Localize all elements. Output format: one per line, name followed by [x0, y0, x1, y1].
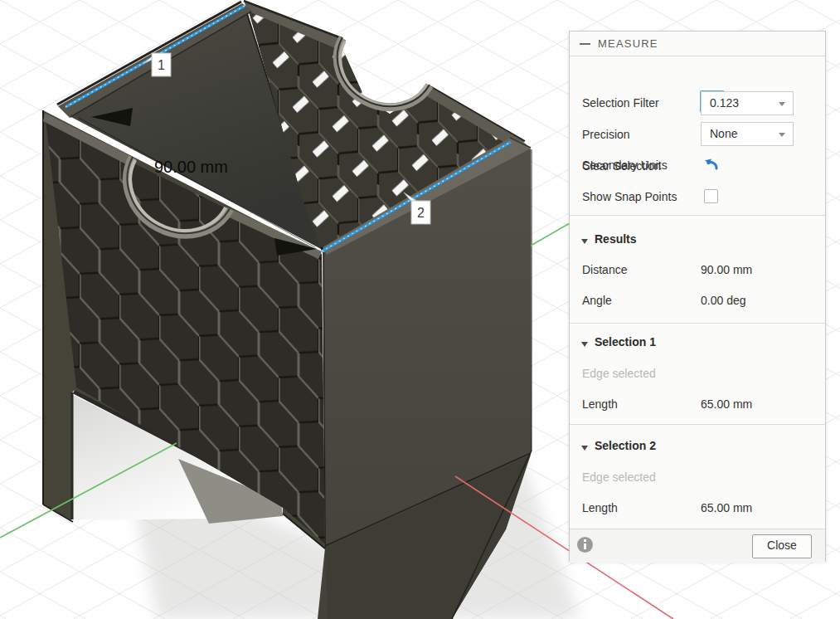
selection2-header[interactable]: Selection 2	[595, 438, 656, 453]
selection1-length-label: Length	[582, 397, 618, 412]
results-collapse-icon[interactable]	[581, 239, 588, 244]
fusion-viewport: 90.00 mm 1 2 MEASURE Sele	[0, 0, 840, 619]
info-icon-stem	[584, 543, 586, 549]
angle-label: Angle	[582, 293, 612, 308]
selection2-length-label: Length	[582, 500, 618, 515]
svg-text:1: 1	[158, 58, 165, 72]
selection2-length-value: 65.00 mm	[701, 500, 752, 515]
clear-selection-label: Clear Selection	[582, 158, 661, 173]
clear-selection-button[interactable]	[702, 154, 721, 173]
panel-header: MEASURE	[570, 32, 825, 56]
info-icon[interactable]	[577, 537, 593, 553]
measure-panel: MEASURE Selection Filter Precision 0.123	[569, 31, 826, 562]
secondary-units-dropdown[interactable]: None	[701, 122, 794, 146]
divider	[570, 424, 825, 425]
divider	[570, 215, 825, 216]
selection1-collapse-icon[interactable]	[581, 342, 588, 347]
svg-text:2: 2	[417, 206, 425, 220]
secondary-units-value: None	[710, 127, 737, 140]
snap-points-checkbox[interactable]	[704, 189, 718, 203]
angle-value: 0.00 deg	[701, 293, 746, 308]
chevron-down-icon	[779, 102, 785, 106]
selection-filter-label: Selection Filter	[582, 95, 659, 110]
collapse-icon[interactable]	[580, 43, 590, 45]
distance-value: 90.00 mm	[701, 262, 752, 277]
selection1-status: Edge selected	[582, 366, 656, 381]
close-button[interactable]: Close	[752, 534, 812, 558]
precision-value: 0.123	[710, 96, 739, 110]
undo-icon	[702, 154, 721, 173]
precision-dropdown[interactable]: 0.123	[701, 91, 794, 115]
show-snap-points-label: Show Snap Points	[582, 189, 677, 204]
precision-label: Precision	[582, 127, 630, 142]
selection2-status: Edge selected	[582, 470, 656, 485]
selection1-header[interactable]: Selection 1	[595, 334, 656, 349]
chevron-down-icon	[779, 133, 785, 137]
panel-title: MEASURE	[598, 37, 658, 50]
info-icon-dot	[584, 539, 586, 542]
divider	[570, 323, 825, 324]
selection2-collapse-icon[interactable]	[581, 446, 588, 451]
panel-footer: Close	[570, 529, 825, 563]
dimension-text: 90.00 mm	[154, 158, 228, 176]
distance-label: Distance	[582, 262, 627, 277]
selection1-length-value: 65.00 mm	[701, 397, 752, 412]
results-header[interactable]: Results	[595, 232, 637, 246]
